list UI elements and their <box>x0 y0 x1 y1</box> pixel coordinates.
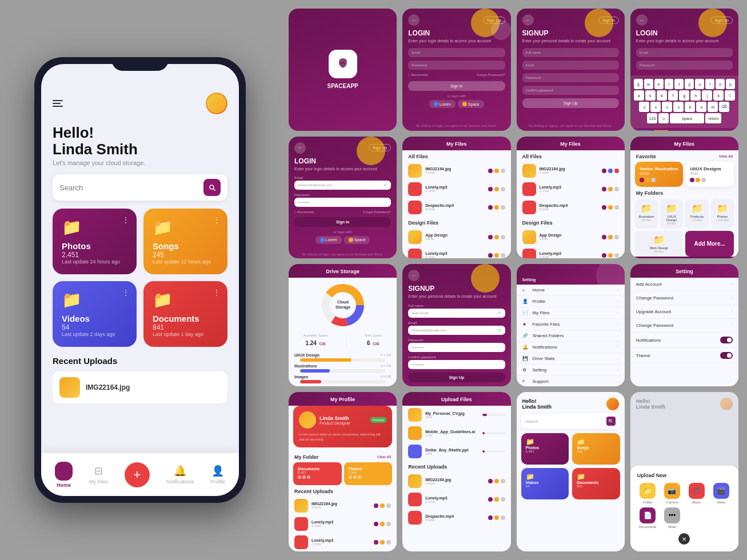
close-modal-button[interactable]: ✕ <box>678 533 690 545</box>
file-app-design[interactable]: App Design12mb <box>402 228 510 246</box>
key-x[interactable]: x <box>650 102 661 112</box>
folder-uiux[interactable]: 📁 UI/UX Design 80 files <box>660 199 683 229</box>
hamburger-menu[interactable] <box>53 100 63 107</box>
key-f[interactable]: f <box>668 90 678 101</box>
setting-notifications[interactable]: Notifications <box>630 333 738 348</box>
fav-card-uiux[interactable]: UI/UX Designs 8mb <box>685 162 734 187</box>
back-btn-su2[interactable]: ← <box>408 270 420 281</box>
email-field[interactable]: Email <box>408 48 505 57</box>
upload-file-3[interactable]: Dollar_Buy_Rkatto.ppt12% <box>402 442 510 461</box>
key-j[interactable]: j <box>702 90 712 101</box>
key-l[interactable]: l <box>725 90 735 101</box>
upload-more[interactable]: ••• Other <box>662 507 683 529</box>
key-space[interactable]: space <box>670 113 704 123</box>
folder-dots-photos[interactable]: ⋮ <box>122 215 130 225</box>
key-u[interactable]: u <box>695 79 704 89</box>
key-b[interactable]: b <box>685 102 695 112</box>
key-a[interactable]: a <box>634 90 644 101</box>
sign-up-btn-2[interactable]: Sign Up <box>408 373 505 382</box>
upload-music[interactable]: 🎵 Music <box>686 483 707 504</box>
file-img22164[interactable]: IMG22164.jpg4.5mb <box>402 162 510 180</box>
file-app-design-2[interactable]: App Design12mb <box>517 228 625 246</box>
key-v[interactable]: v <box>673 102 684 112</box>
search-input[interactable] <box>59 183 203 192</box>
key-y[interactable]: y <box>685 79 694 89</box>
file-despacito-2[interactable]: Despacito.mp48.2mb <box>517 198 625 217</box>
key-e[interactable]: e <box>654 79 664 89</box>
menu-home[interactable]: ⌂ Home › <box>517 285 625 296</box>
key-c[interactable]: c <box>662 102 672 112</box>
avatar[interactable] <box>206 93 227 114</box>
social-lorem-pf[interactable]: Lorem <box>315 236 342 244</box>
menu-favorites[interactable]: ★ Favorite Files › <box>517 319 625 330</box>
folder-card-songs[interactable]: ⋮ 📁 Songs 245 Last update 12 hours ago <box>143 209 227 274</box>
menu-shared[interactable]: 🔗 Shared Folders › <box>517 330 625 342</box>
confirm-field[interactable]: Confirm password <box>522 86 619 95</box>
back-button-signup[interactable]: ← <box>522 14 534 26</box>
upload-camera[interactable]: 📷 Camera <box>662 483 683 504</box>
folder-add-more[interactable]: Add More... <box>685 231 734 257</box>
folder-products[interactable]: 📁 Products 10 files <box>685 199 708 229</box>
confirm-su2[interactable]: •••••••••• <box>408 360 505 369</box>
nav-profile[interactable]: 👤 Profile <box>210 465 225 485</box>
password-field[interactable]: Password <box>408 61 505 70</box>
folder-dots-documents[interactable]: ⋮ <box>213 288 221 297</box>
key-q[interactable]: q <box>634 79 643 89</box>
file-lonely-4[interactable]: Lonely.mp32.1mb <box>517 246 625 259</box>
menu-setting[interactable]: ⚙ Setting › <box>517 365 625 376</box>
folder-photos[interactable]: 📁 Photos 1,200 files <box>711 199 734 229</box>
file-item[interactable]: IMG22164.jpg <box>53 371 227 403</box>
upgrade-bar-fav[interactable]: Upgrade Account$11/year ★ <box>630 257 738 259</box>
key-d[interactable]: d <box>657 90 667 101</box>
upload-file-1[interactable]: My_Personal_CV.jpg21% <box>402 406 510 424</box>
password-kb[interactable]: Password <box>636 61 733 70</box>
key-z[interactable]: z <box>639 102 649 112</box>
profile-folder-docs[interactable]: Documents 8,421 <box>293 462 342 485</box>
key-p[interactable]: p <box>726 79 735 89</box>
recent-upload-1[interactable]: IMG22164.jpg4.5mb <box>402 472 510 490</box>
sign-up-button[interactable]: Sign Up <box>522 98 619 108</box>
profile-file-2[interactable]: Lonely.mp32.1mb <box>289 515 397 533</box>
key-delete[interactable]: ⌫ <box>719 102 729 112</box>
key-emoji[interactable]: ☺ <box>658 113 669 123</box>
upload-file-2[interactable]: Mobile_App_Guidelines.ai11% <box>402 424 510 442</box>
search-bar[interactable] <box>53 174 227 201</box>
setting-change-password[interactable]: Change Password › <box>630 291 738 305</box>
sign-in-btn-pf[interactable]: Sign In <box>294 217 391 227</box>
key-w[interactable]: w <box>644 79 653 89</box>
folder-dots-songs[interactable]: ⋮ <box>213 215 221 225</box>
key-m[interactable]: m <box>708 102 718 112</box>
nav-home[interactable]: ⌂ Home <box>55 462 73 488</box>
password-field-s[interactable]: Password <box>522 73 619 82</box>
profile-file-3[interactable]: Lonely.mp32.1mb <box>289 533 397 551</box>
recent-upload-2[interactable]: Lonely.mp32.1mb <box>402 490 510 509</box>
back-btn-pf[interactable]: ← <box>294 142 306 154</box>
fullname-field[interactable]: Full name <box>522 48 619 57</box>
social-space[interactable]: Space <box>458 100 484 108</box>
menu-notifications[interactable]: 🔔 Notifications › <box>517 342 625 353</box>
email-prefilled[interactable]: lindasmith@email.com ✓ <box>294 181 391 190</box>
setting-upgrade[interactable]: Upgrade Account › <box>630 305 738 319</box>
key-n[interactable]: n <box>696 102 706 112</box>
folder-web[interactable]: 📁 Web Design 90 files <box>635 231 684 257</box>
nav-notifications[interactable]: 🔔 Notifications <box>166 465 194 485</box>
upload-video[interactable]: 🎬 Video <box>710 483 732 504</box>
email-su2[interactable]: lindasmith@email.com ✓ <box>408 326 505 335</box>
social-lorem[interactable]: Lorem <box>429 100 456 108</box>
file-lonely-3[interactable]: Lonely.mp32.1mb <box>517 180 625 198</box>
recent-upload-3[interactable]: Despacito.mp48.2mb <box>402 509 510 527</box>
social-space-pf[interactable]: Space <box>344 236 370 244</box>
key-s[interactable]: s <box>645 90 656 101</box>
setting-change-pw2[interactable]: Change Password › <box>630 319 738 333</box>
setting-theme[interactable]: Theme <box>630 348 738 363</box>
email-field-s[interactable]: Email <box>522 61 619 70</box>
nav-upload[interactable]: + <box>125 462 150 487</box>
back-btn-kb[interactable]: ← <box>636 14 648 26</box>
key-r[interactable]: r <box>665 79 674 89</box>
key-k[interactable]: k <box>713 90 724 101</box>
search-button[interactable] <box>203 179 221 196</box>
profile-folder-photos[interactable]: Photos 2,451 <box>344 462 393 485</box>
folder-card-videos[interactable]: ⋮ 📁 Videos 54 Last update 2 days ago <box>53 281 137 347</box>
key-h[interactable]: h <box>690 90 701 101</box>
sign-in-button[interactable]: Sign In <box>408 81 505 91</box>
